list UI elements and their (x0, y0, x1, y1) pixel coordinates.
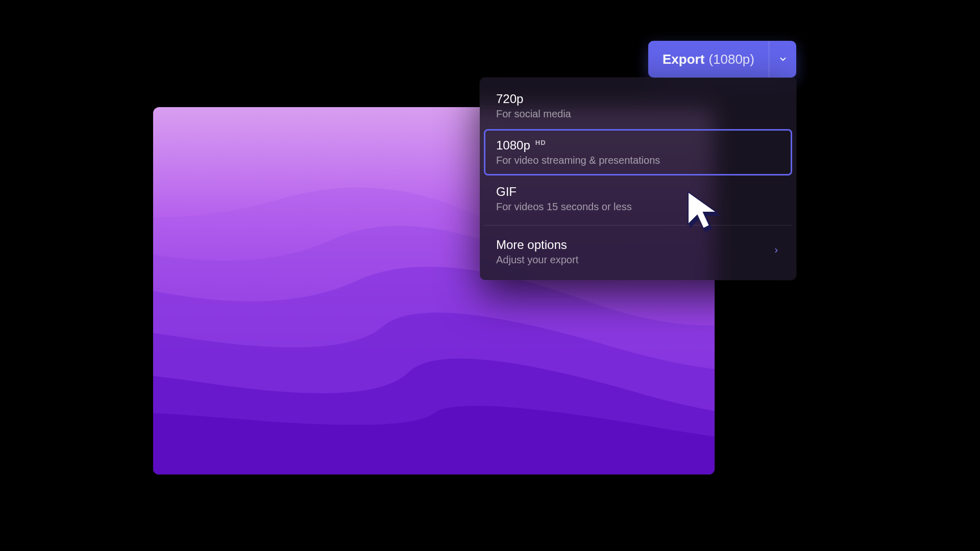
chevron-down-icon (778, 55, 788, 64)
chevron-right-icon (773, 245, 780, 258)
export-option-1080p[interactable]: 1080p HD For video streaming & presentat… (484, 129, 792, 176)
export-dropdown: 720p For social media 1080p HD For video… (480, 78, 796, 280)
option-title: 720p (496, 92, 523, 106)
option-title: 1080p (496, 138, 530, 153)
export-option-gif[interactable]: GIF For videos 15 seconds or less (484, 176, 792, 222)
divider (484, 225, 792, 226)
export-option-720p[interactable]: 720p For social media (484, 83, 792, 129)
export-button-main[interactable]: Export (1080p) (648, 41, 769, 78)
export-button[interactable]: Export (1080p) (648, 41, 796, 78)
option-title: GIF (496, 185, 517, 199)
export-more-options[interactable]: More options Adjust your export (484, 229, 792, 275)
export-dropdown-toggle[interactable] (769, 41, 796, 78)
more-subtitle: Adjust your export (496, 254, 578, 266)
more-title: More options (496, 238, 567, 252)
option-subtitle: For videos 15 seconds or less (496, 201, 780, 213)
export-label: Export (663, 52, 704, 67)
option-subtitle: For social media (496, 108, 780, 120)
hd-badge: HD (535, 139, 546, 146)
option-subtitle: For video streaming & presentations (496, 155, 780, 166)
export-resolution: (1080p) (708, 52, 754, 67)
